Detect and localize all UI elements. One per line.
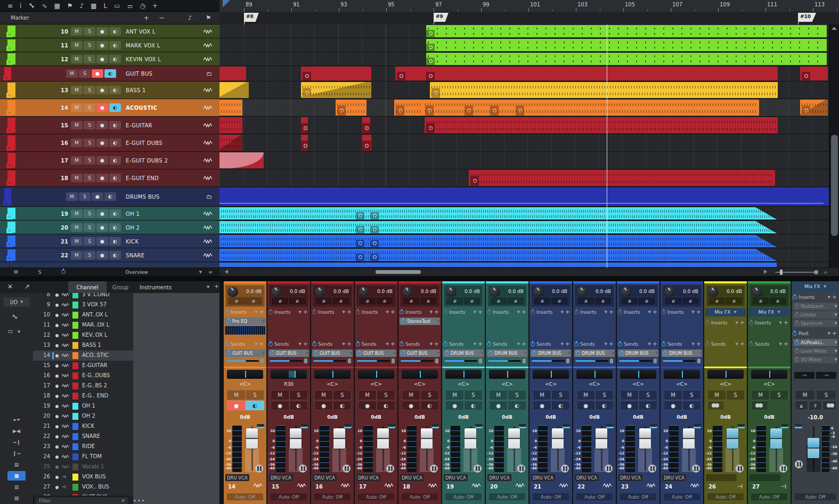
meter-mode-icon[interactable] <box>475 424 483 428</box>
gear-icon[interactable] <box>429 74 433 78</box>
phase-invert-right-button[interactable]: ø <box>594 297 612 305</box>
io-button[interactable]: I/O▼ <box>3 297 30 307</box>
vca-group-label[interactable]: DRU VCA <box>575 474 599 481</box>
vca-group-label[interactable]: DRU VCA <box>313 474 337 481</box>
fader-cap[interactable] <box>246 428 258 449</box>
vca-group-label[interactable]: DRU VCA <box>662 474 686 481</box>
fit-horizontal-icon[interactable]: ▶◀ <box>7 426 26 436</box>
send-slot[interactable]: GUIT BUS▼ <box>225 349 265 357</box>
overview-solo-button[interactable]: S <box>38 270 42 275</box>
send-power-icon[interactable] <box>401 351 405 355</box>
chevron-down-icon[interactable]: ▼ <box>437 319 440 323</box>
audio-clip[interactable] <box>336 100 366 116</box>
mute-button[interactable]: M <box>71 139 83 147</box>
send-slot[interactable]: DRUM BUS▼ <box>662 349 702 357</box>
inserts-power-icon[interactable] <box>793 295 797 299</box>
add-send-button[interactable]: + <box>696 340 701 347</box>
track-header-e-guit-end[interactable]: ∿18MS●◐E-GUIT END <box>0 169 219 187</box>
record-arm-button[interactable]: ● <box>96 103 108 112</box>
solo-button[interactable]: S <box>639 390 657 400</box>
chevron-down-icon[interactable]: ▼ <box>604 342 607 346</box>
gain-knob[interactable] <box>752 287 762 297</box>
inserts-power-icon[interactable] <box>487 310 491 314</box>
chevron-down-icon[interactable]: ▼ <box>481 351 484 355</box>
vca-group-label[interactable]: DRU VCA <box>531 474 555 481</box>
mute-button[interactable]: M <box>402 390 420 400</box>
phase-invert-left-button[interactable]: ø <box>664 297 682 305</box>
chevron-down-icon[interactable]: ▼ <box>199 270 202 274</box>
gear-icon[interactable] <box>493 109 496 112</box>
phase-invert-left-button[interactable]: ø <box>271 297 289 305</box>
add-insert-button[interactable]: + <box>784 319 788 326</box>
phase-invert-right-button[interactable]: ø <box>638 297 656 305</box>
mixfx-selector[interactable]: Mix FX▼ <box>705 308 746 316</box>
chevron-down-icon[interactable]: ▼ <box>604 310 607 314</box>
send-slider-handle[interactable] <box>435 359 438 363</box>
add-send-button[interactable]: + <box>784 340 788 347</box>
inserts-power-icon[interactable] <box>618 310 622 314</box>
automation-mode-button[interactable]: Auto: Off <box>751 493 787 500</box>
track-header-guit-bus[interactable]: ∿MS●◐GUIT BUS🗀︎ <box>0 66 219 82</box>
timeline-ruler[interactable]: 899193959799101103105107109111113 <box>219 0 839 12</box>
inserts-power-icon[interactable] <box>705 321 710 325</box>
solo-button[interactable]: S <box>84 103 95 112</box>
record-arm-button[interactable]: ● <box>96 41 108 50</box>
master-insert-slot[interactable]: Spectrum▼ <box>793 320 837 327</box>
mute-button[interactable]: M <box>71 103 83 112</box>
monitor-button[interactable]: ◐ <box>639 401 657 410</box>
marker-flag[interactable]: #9 <box>434 13 449 22</box>
arrange-row-drums-bus[interactable] <box>219 187 829 207</box>
add-send-button[interactable]: + <box>609 340 614 347</box>
record-arm-button[interactable]: ● <box>96 121 108 129</box>
audio-clip[interactable] <box>425 117 778 133</box>
pan-slider[interactable] <box>664 370 700 379</box>
chevron-down-icon[interactable]: ▼ <box>298 342 301 346</box>
meter-mode-icon[interactable] <box>694 424 701 428</box>
insert-power-icon[interactable] <box>795 357 799 362</box>
monitor-button[interactable]: ◐ <box>109 156 121 165</box>
send-power-icon[interactable] <box>445 351 449 355</box>
fader-cap[interactable] <box>770 428 782 449</box>
add-send-button[interactable]: + <box>303 340 308 347</box>
sends-power-icon[interactable] <box>443 342 447 346</box>
solo-button[interactable]: S <box>84 121 95 129</box>
chevron-down-icon[interactable]: ▼ <box>306 351 309 355</box>
post-power-icon[interactable] <box>793 331 797 336</box>
chevron-down-icon[interactable]: ▼ <box>263 351 265 355</box>
send-power-icon[interactable] <box>270 351 274 355</box>
automation-mode-button[interactable]: Auto: Off <box>576 493 613 500</box>
activity-dot-icon[interactable] <box>55 334 59 337</box>
send-slider-handle[interactable] <box>392 359 395 363</box>
gear-icon[interactable] <box>373 227 377 231</box>
arrange-row-22[interactable] <box>219 248 829 262</box>
add-insert-button[interactable]: + <box>522 308 526 315</box>
instruments-panel[interactable] <box>133 293 219 504</box>
vertical-scroll-thumb[interactable] <box>831 135 838 236</box>
chevron-down-icon[interactable]: ▼ <box>735 321 738 325</box>
gain-knob[interactable] <box>359 287 369 297</box>
connections-icon[interactable]: ⚎ <box>127 2 133 10</box>
mute-button[interactable]: M <box>71 41 83 50</box>
track-header-snare[interactable]: ∿22MS●◐SNARE <box>0 248 219 262</box>
send-slot[interactable]: GUIT BUS▼ <box>312 349 353 357</box>
phase-invert-right-button[interactable]: ø <box>769 297 787 305</box>
audio-clip[interactable] <box>800 100 828 116</box>
automation-mode-button[interactable]: Auto: Off <box>445 493 482 500</box>
chevron-down-icon[interactable]: ▼ <box>437 351 440 355</box>
automation-icon[interactable]: ∿ <box>42 2 47 10</box>
channel-list-item-22[interactable]: 22SNARE <box>33 432 133 442</box>
zoom-slider-thumb[interactable] <box>780 270 783 275</box>
sends-power-icon[interactable] <box>268 342 273 346</box>
record-arm-button[interactable]: ● <box>92 69 103 78</box>
activity-dot-icon[interactable] <box>55 294 59 297</box>
mute-button[interactable]: M <box>71 223 83 232</box>
master-solo-button[interactable]: S <box>816 390 836 400</box>
audio-clip[interactable] <box>219 207 777 220</box>
pan-slider[interactable] <box>445 370 482 379</box>
inserts-power-icon[interactable] <box>574 310 579 314</box>
audio-clip[interactable] <box>362 117 370 133</box>
metronome-button[interactable]: ⚲ <box>809 401 822 410</box>
monitor-button[interactable]: ◐ <box>109 139 121 147</box>
phase-invert-left-button[interactable]: ø <box>708 297 726 305</box>
chevron-down-icon[interactable]: ▼ <box>735 342 738 346</box>
